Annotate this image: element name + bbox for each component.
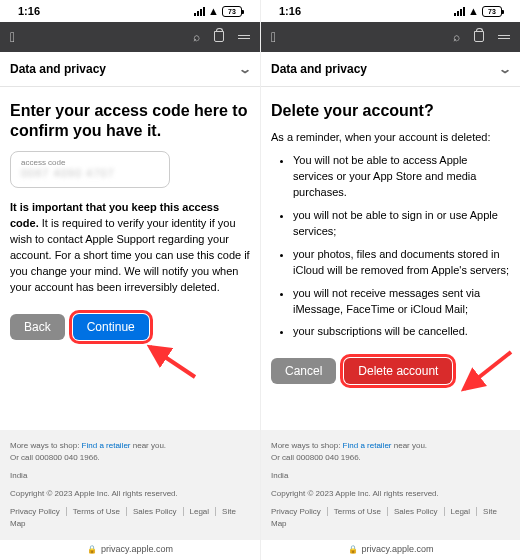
section-header[interactable]: Data and privacy ⌄ (0, 52, 260, 87)
footer-link[interactable]: Sales Policy (394, 507, 445, 516)
status-time: 1:16 (279, 5, 301, 17)
bag-icon[interactable] (474, 31, 484, 42)
lock-icon: 🔒 (87, 545, 97, 554)
footer-links: Privacy PolicyTerms of UseSales PolicyLe… (271, 506, 510, 530)
global-nav:  ⌕ (261, 22, 520, 52)
delete-account-button[interactable]: Delete account (344, 358, 452, 384)
consequences-list: You will not be able to access Apple ser… (271, 153, 510, 340)
list-item: your photos, files and documents stored … (293, 247, 510, 279)
footer-link[interactable]: Legal (190, 507, 217, 516)
signal-icon (454, 7, 465, 16)
continue-button[interactable]: Continue (73, 314, 149, 340)
section-header[interactable]: Data and privacy ⌄ (261, 52, 520, 87)
footer-link[interactable]: Terms of Use (73, 507, 127, 516)
highlight-continue: Continue (73, 314, 149, 340)
bag-icon[interactable] (214, 31, 224, 42)
chevron-down-icon: ⌄ (498, 62, 512, 76)
find-retailer-link[interactable]: Find a retailer (82, 441, 131, 450)
page-footer: More ways to shop: Find a retailer near … (0, 430, 260, 540)
url-text: privacy.apple.com (362, 544, 434, 554)
list-item: you will not be able to sign in or use A… (293, 208, 510, 240)
list-item: You will not be able to access Apple ser… (293, 153, 510, 201)
access-code-field[interactable]: access code 0087 4090 4707 (10, 151, 170, 188)
page-title: Delete your account? (271, 101, 510, 121)
info-paragraph: It is important that you keep this acces… (10, 200, 250, 296)
footer-link[interactable]: Privacy Policy (10, 507, 67, 516)
find-retailer-link[interactable]: Find a retailer (343, 441, 392, 450)
search-icon[interactable]: ⌕ (453, 30, 460, 44)
list-item: your subscriptions will be cancelled. (293, 324, 510, 340)
section-title: Data and privacy (10, 62, 106, 76)
footer-links: Privacy PolicyTerms of UseSales PolicyLe… (10, 506, 250, 530)
footer-link[interactable]: Sales Policy (133, 507, 184, 516)
apple-logo-icon[interactable]:  (271, 29, 276, 45)
page-title: Enter your access code here to confirm y… (10, 101, 250, 141)
menu-icon[interactable] (498, 30, 510, 44)
url-bar: 🔒 privacy.apple.com (0, 540, 260, 560)
battery-icon: 73 (222, 6, 242, 17)
wifi-icon: ▲ (468, 5, 479, 17)
menu-icon[interactable] (238, 30, 250, 44)
lock-icon: 🔒 (348, 545, 358, 554)
page-footer: More ways to shop: Find a retailer near … (261, 430, 520, 540)
footer-link[interactable]: Legal (451, 507, 478, 516)
cancel-button[interactable]: Cancel (271, 358, 336, 384)
section-title: Data and privacy (271, 62, 367, 76)
svg-line-0 (150, 347, 195, 377)
url-text: privacy.apple.com (101, 544, 173, 554)
list-item: you will not receive messages sent via i… (293, 286, 510, 318)
status-indicators: ▲ 73 (454, 5, 502, 17)
url-bar: 🔒 privacy.apple.com (261, 540, 520, 560)
back-button[interactable]: Back (10, 314, 65, 340)
footer-link[interactable]: Privacy Policy (271, 507, 328, 516)
global-nav:  ⌕ (0, 22, 260, 52)
status-time: 1:16 (18, 5, 40, 17)
chevron-down-icon: ⌄ (238, 62, 252, 76)
footer-link[interactable]: Terms of Use (334, 507, 388, 516)
annotation-arrow-icon (140, 342, 200, 382)
access-code-label: access code (21, 158, 159, 167)
status-indicators: ▲ 73 (194, 5, 242, 17)
apple-logo-icon[interactable]:  (10, 29, 15, 45)
signal-icon (194, 7, 205, 16)
wifi-icon: ▲ (208, 5, 219, 17)
highlight-delete: Delete account (344, 358, 452, 384)
access-code-value: 0087 4090 4707 (21, 167, 159, 179)
search-icon[interactable]: ⌕ (193, 30, 200, 44)
reminder-text: As a reminder, when your account is dele… (271, 131, 510, 143)
battery-icon: 73 (482, 6, 502, 17)
